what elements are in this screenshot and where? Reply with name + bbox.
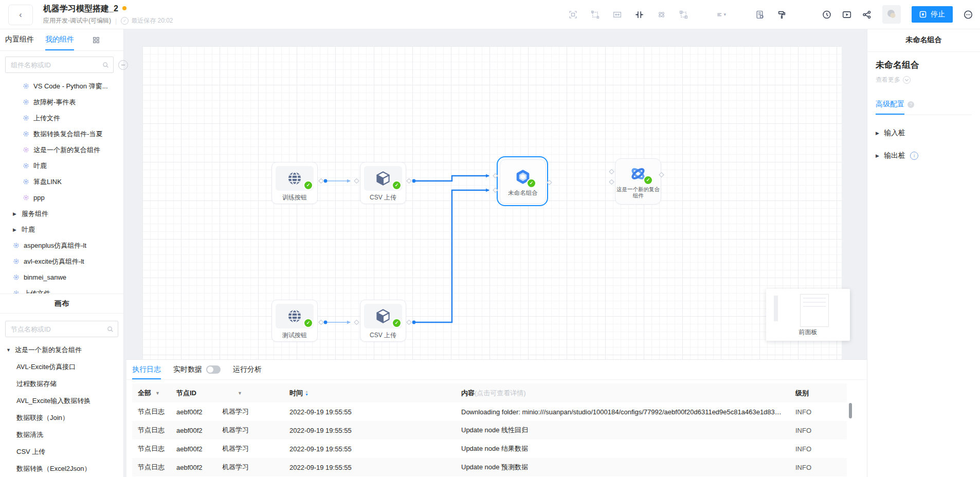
search-icon <box>102 62 109 68</box>
log-report-icon[interactable] <box>755 10 764 19</box>
component-item[interactable]: aspenplus仿真组件-lt <box>0 237 123 253</box>
video-guide-icon[interactable] <box>842 10 851 19</box>
component-item[interactable]: binmei_sanwe <box>0 269 123 285</box>
selected-node-name: 未命名组合 <box>876 59 972 71</box>
caret-right-icon: ▶ <box>876 153 879 158</box>
front-panel-label: 前面板 <box>766 328 850 337</box>
log-scrollbar[interactable] <box>849 403 852 418</box>
tree-node[interactable]: 数据联接（Join） <box>0 409 123 426</box>
component-item[interactable]: 故障树-事件表 <box>0 94 123 110</box>
flow-node-csv-upload-bottom[interactable]: ✓ CSV 上传 <box>360 300 406 342</box>
filter-node-dropdown[interactable]: 节点ID▼ <box>176 389 289 398</box>
gear-icon <box>23 178 29 185</box>
component-group[interactable]: ▶服务组件 <box>0 206 123 222</box>
more-menu-icon[interactable] <box>964 10 973 19</box>
history-icon[interactable] <box>822 10 831 19</box>
tree-node[interactable]: 过程数据存储 <box>0 375 123 392</box>
node-label: 这是一个新的复合组件 <box>615 186 661 198</box>
flow-node-new-composite[interactable]: ✓ 这是一个新的复合组件 <box>615 158 661 205</box>
log-row[interactable]: 节点日志aebf00f2机器学习2022-09-19 19:55:55Updat… <box>132 421 847 439</box>
grid-view-icon[interactable] <box>93 36 100 46</box>
component-group[interactable]: ▶叶鹿 <box>0 222 123 237</box>
log-row[interactable]: 节点日志aebf00f2机器学习2022-09-19 19:55:55Downl… <box>132 402 847 421</box>
tree-node[interactable]: AVL-Excite仿真接口 <box>0 358 123 375</box>
stop-button[interactable]: 停止 <box>912 6 953 23</box>
tree-node[interactable]: CSV 上传 <box>0 443 123 460</box>
view-more-button[interactable]: 查看更多 <box>876 76 972 84</box>
canvas-section-title: 画布 <box>0 293 123 314</box>
component-item[interactable]: avl-excite仿真组件-lt <box>0 253 123 269</box>
caret-down-icon: ▾ <box>723 12 726 17</box>
group-select-icon[interactable] <box>590 10 600 19</box>
unsaved-dot <box>122 6 126 10</box>
format-paint-icon[interactable] <box>777 10 786 19</box>
gear-icon <box>23 162 29 169</box>
right-config-panel: 未命名组合 未命名组合 查看更多 高级配置? ▶输入桩 ▶输出桩i <box>867 29 980 477</box>
component-item[interactable]: ppp <box>0 190 123 206</box>
filter-type-dropdown[interactable]: 全部▼ <box>132 389 176 398</box>
column-time-sort[interactable]: 时间▲▼ <box>289 389 461 398</box>
success-badge: ✓ <box>303 318 313 328</box>
log-row[interactable]: 节点日志aebf00f2机器学习2022-09-19 19:55:55Updat… <box>132 458 847 476</box>
component-search[interactable] <box>5 57 114 73</box>
node-label: 训练按钮 <box>276 194 314 201</box>
node-label: 测试按钮 <box>276 332 314 339</box>
component-item[interactable]: 叶鹿 <box>0 158 123 174</box>
tree-node[interactable]: 数据转换（Excel2Json） <box>0 460 123 477</box>
fit-view-icon[interactable] <box>568 10 577 19</box>
log-row[interactable]: 节点日志aebf00f2机器学习2022-09-19 19:55:55Updat… <box>132 439 847 458</box>
tree-root[interactable]: ▼这是一个新的复合组件 <box>0 341 123 358</box>
component-item[interactable]: 这是一个新的复合组件 <box>0 142 123 158</box>
component-item[interactable]: 上传文件 <box>0 110 123 126</box>
tab-realtime-data[interactable]: 实时数据 <box>173 360 221 379</box>
log-table-body: 节点日志aebf00f2机器学习2022-09-19 19:55:55Downl… <box>132 402 847 476</box>
node-label: CSV 上传 <box>364 194 402 201</box>
ungroup-icon[interactable] <box>679 10 688 19</box>
chevron-down-circle-icon <box>903 76 911 84</box>
node-search[interactable] <box>5 321 118 337</box>
success-badge: ✓ <box>303 180 313 190</box>
gear-icon <box>23 115 29 121</box>
component-item[interactable]: 算盘LINK <box>0 174 123 190</box>
align-menu-icon[interactable]: ▾ <box>717 10 726 19</box>
share-icon[interactable] <box>862 10 872 19</box>
app-status: 应用开发-调试中(可编辑) <box>43 16 111 25</box>
expand-horizontal-icon[interactable] <box>612 10 622 19</box>
collapse-all-icon[interactable] <box>118 60 128 70</box>
component-item[interactable]: VS Code - Python 弹窗... <box>0 78 123 94</box>
tab-advanced-config[interactable]: 高级配置? <box>876 100 972 109</box>
help-icon[interactable]: ? <box>908 101 914 108</box>
node-search-input[interactable] <box>10 325 107 334</box>
tree-node[interactable]: 数据清洗 <box>0 426 123 443</box>
log-tabs: 执行日志 实时数据 运行分析 <box>126 360 867 380</box>
success-badge: ✓ <box>643 175 653 185</box>
caret-right-icon: ▶ <box>13 211 18 216</box>
front-panel-preview[interactable]: 前面板 <box>766 289 850 341</box>
tab-run-analysis[interactable]: 运行分析 <box>233 360 262 379</box>
flow-canvas[interactable]: ✓ 训练按钮 ✓ CSV 上传 ✓ 未命名组合 <box>142 46 842 360</box>
back-button[interactable]: ‹ <box>8 5 33 25</box>
left-sidebar: 内置组件 我的组件 VS Code - Python 弹窗... 故障树-事件表… <box>0 29 124 477</box>
tab-execution-log[interactable]: 执行日志 <box>132 360 161 379</box>
input-pins-section[interactable]: ▶输入桩 <box>876 129 972 138</box>
flow-node-csv-upload-top[interactable]: ✓ CSV 上传 <box>360 162 406 204</box>
loop-link-icon[interactable] <box>657 10 666 19</box>
component-search-input[interactable] <box>10 61 102 69</box>
component-item[interactable]: 上传文件 <box>0 285 123 293</box>
realtime-toggle[interactable] <box>206 365 221 374</box>
caret-down-icon: ▼ <box>6 347 11 353</box>
info-icon[interactable]: i <box>910 152 918 160</box>
tree-node[interactable]: AVL_Excite输入数据转换 <box>0 392 123 409</box>
node-label: 未命名组合 <box>508 189 538 196</box>
tab-builtin-components[interactable]: 内置组件 <box>5 29 34 50</box>
column-content: 内容(点击可查看详情) <box>461 389 795 398</box>
output-pins-section[interactable]: ▶输出桩i <box>876 151 972 160</box>
component-item[interactable]: 数据转换复合组件-当夏 <box>0 126 123 142</box>
flow-node-train-button[interactable]: ✓ 训练按钮 <box>271 162 318 204</box>
flow-node-test-button[interactable]: ✓ 测试按钮 <box>271 300 318 342</box>
merge-nodes-icon[interactable] <box>634 10 644 19</box>
avatar[interactable] <box>882 5 901 24</box>
tab-my-components[interactable]: 我的组件 <box>45 29 74 50</box>
gear-icon <box>13 274 20 281</box>
flow-node-unnamed-group-selected[interactable]: ✓ 未命名组合 <box>497 156 548 206</box>
